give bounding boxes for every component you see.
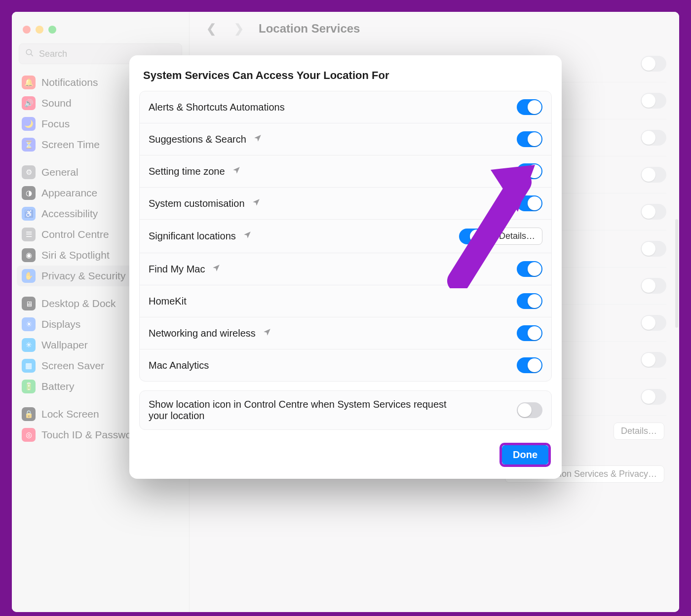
moon-icon: 🌙 xyxy=(22,117,36,131)
location-arrow-icon xyxy=(232,166,241,177)
sidebar-item-label: Control Centre xyxy=(41,229,109,240)
close-icon[interactable] xyxy=(23,26,31,34)
service-toggle[interactable] xyxy=(517,325,542,341)
system-services-sheet: System Services Can Access Your Location… xyxy=(129,55,562,479)
service-row-mac-analytics: Mac Analytics xyxy=(140,349,551,381)
details-button[interactable]: Details… xyxy=(614,423,664,440)
service-toggle[interactable] xyxy=(517,163,542,179)
indicator-label: Show location icon in Control Centre whe… xyxy=(149,399,464,422)
sidebar-item-label: Wallpaper xyxy=(41,339,88,351)
sidebar-item-label: Privacy & Security xyxy=(41,270,125,282)
scrollbar[interactable] xyxy=(675,219,678,328)
hand-icon: ✋ xyxy=(22,269,36,283)
hourglass-icon: ⏳ xyxy=(22,138,36,152)
service-label: System customisation xyxy=(149,198,245,209)
minimize-icon[interactable] xyxy=(36,26,43,34)
page-title: Location Services xyxy=(259,22,360,36)
accessibility-icon: ♿ xyxy=(22,207,36,221)
service-label: Find My Mac xyxy=(149,264,205,275)
service-label: Significant locations xyxy=(149,231,236,242)
siri-icon: ◉ xyxy=(22,248,36,262)
service-row-suggestions-search: Suggestions & Search xyxy=(140,123,551,155)
touchid-icon: ◎ xyxy=(22,428,36,442)
location-arrow-icon xyxy=(212,264,221,275)
service-label: Suggestions & Search xyxy=(149,134,246,145)
service-toggle[interactable] xyxy=(517,261,542,277)
done-highlight: Done xyxy=(499,443,551,467)
service-toggle[interactable] xyxy=(459,229,485,244)
service-toggle[interactable] xyxy=(517,195,542,211)
indicator-toggle[interactable] xyxy=(517,402,542,418)
location-arrow-icon xyxy=(243,231,252,242)
displays-icon: ☀ xyxy=(22,317,36,331)
screensaver-icon: ▦ xyxy=(22,359,36,373)
sidebar-item-label: Lock Screen xyxy=(41,408,99,420)
wallpaper-icon: ✳ xyxy=(22,338,36,352)
sidebar-item-label: Notifications xyxy=(41,77,98,88)
service-label: HomeKit xyxy=(149,296,187,307)
sidebar-item-label: Battery xyxy=(41,381,75,392)
service-row-homekit: HomeKit xyxy=(140,285,551,317)
topbar: ❮ ❯ Location Services xyxy=(190,12,679,45)
window-controls xyxy=(12,17,189,40)
desktop-icon: 🖥 xyxy=(22,297,36,310)
sidebar-item-label: Displays xyxy=(41,318,80,330)
service-toggle[interactable] xyxy=(517,99,542,115)
svg-point-0 xyxy=(26,49,32,55)
background-toggle[interactable] xyxy=(641,204,666,220)
done-button[interactable]: Done xyxy=(502,445,548,464)
background-toggle[interactable] xyxy=(641,352,666,368)
gear-icon: ⚙ xyxy=(22,165,36,179)
service-row-networking-and-wireless: Networking and wireless xyxy=(140,317,551,349)
services-group: Alerts & Shortcuts AutomationsSuggestion… xyxy=(139,91,552,382)
service-label: Setting time zone xyxy=(149,166,225,177)
background-toggle[interactable] xyxy=(641,389,666,405)
service-label: Networking and wireless xyxy=(149,328,256,339)
sidebar-item-label: Touch ID & Password xyxy=(41,429,141,441)
service-row-setting-time-zone: Setting time zone xyxy=(140,155,551,188)
background-toggle[interactable] xyxy=(641,93,666,109)
controlcentre-icon: ☰ xyxy=(22,228,36,241)
sidebar-item-label: Sound xyxy=(41,97,72,109)
service-row-alerts-shortcuts-automations: Alerts & Shortcuts Automations xyxy=(140,91,551,123)
service-label: Mac Analytics xyxy=(149,360,209,371)
background-toggle[interactable] xyxy=(641,130,666,146)
sidebar-item-label: Appearance xyxy=(41,187,97,199)
indicator-group: Show location icon in Control Centre whe… xyxy=(139,390,552,430)
service-toggle[interactable] xyxy=(517,131,542,147)
service-toggle[interactable] xyxy=(517,357,542,373)
service-row-significant-locations: Significant locationsDetails… xyxy=(140,220,551,253)
service-toggle[interactable] xyxy=(517,293,542,309)
svg-line-1 xyxy=(31,54,33,56)
fullscreen-icon[interactable] xyxy=(48,26,56,34)
background-toggle[interactable] xyxy=(641,315,666,331)
sidebar-item-label: General xyxy=(41,166,78,178)
background-toggle[interactable] xyxy=(641,167,666,183)
sidebar-item-label: Desktop & Dock xyxy=(41,298,116,309)
background-toggle[interactable] xyxy=(641,56,666,72)
bell-icon: 🔔 xyxy=(22,76,36,89)
location-arrow-icon xyxy=(253,134,262,145)
service-row-system-customisation: System customisation xyxy=(140,188,551,220)
background-toggle[interactable] xyxy=(641,241,666,257)
sidebar-item-label: Screen Time xyxy=(41,139,100,151)
search-icon xyxy=(25,48,34,60)
indicator-row: Show location icon in Control Centre whe… xyxy=(140,391,551,429)
sidebar-item-label: Siri & Spotlight xyxy=(41,249,110,261)
appearance-icon: ◑ xyxy=(22,186,36,200)
battery-icon: 🔋 xyxy=(22,380,36,393)
speaker-icon: 🔊 xyxy=(22,96,36,110)
sidebar-item-label: Screen Saver xyxy=(41,360,104,372)
service-row-find-my-mac: Find My Mac xyxy=(140,253,551,285)
service-label: Alerts & Shortcuts Automations xyxy=(149,102,285,113)
forward-button: ❯ xyxy=(231,22,247,36)
lock-icon: 🔒 xyxy=(22,407,36,421)
significant-locations-details-button[interactable]: Details… xyxy=(492,228,542,245)
location-arrow-icon xyxy=(263,328,271,339)
sidebar-item-label: Accessibility xyxy=(41,208,98,220)
background-toggle[interactable] xyxy=(641,278,666,294)
sidebar-item-label: Focus xyxy=(41,118,70,130)
sheet-heading: System Services Can Access Your Location… xyxy=(143,69,551,82)
location-arrow-icon xyxy=(252,198,261,209)
back-button[interactable]: ❮ xyxy=(203,22,219,36)
